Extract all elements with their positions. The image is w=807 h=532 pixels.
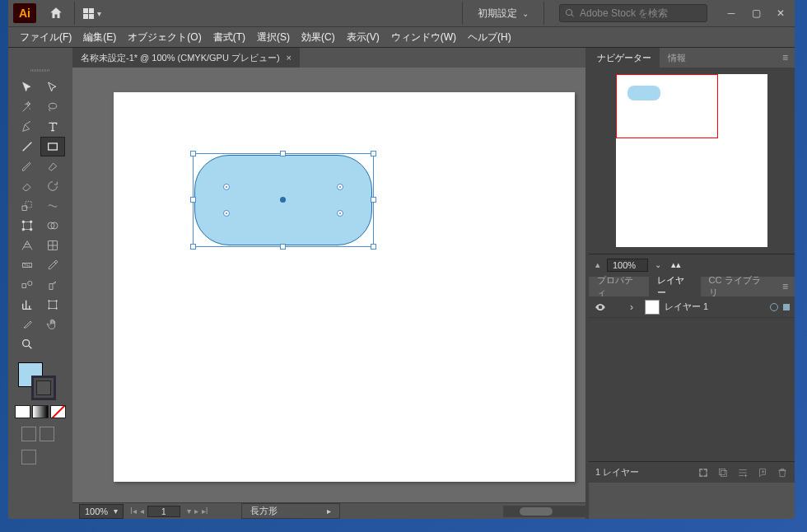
menu-type[interactable]: 書式(T) [208, 29, 250, 46]
resize-handle-tr[interactable] [371, 151, 376, 156]
color-mode-none[interactable] [50, 405, 66, 418]
resize-handle-br[interactable] [371, 244, 376, 250]
canvas-area[interactable] [72, 68, 585, 502]
tab-cc-libraries[interactable]: CC ライブラリ [701, 277, 776, 296]
artboard-number-field[interactable]: 1 [147, 506, 180, 517]
artboard[interactable] [114, 92, 575, 482]
home-icon[interactable] [46, 3, 66, 23]
direct-selection-tool[interactable] [40, 77, 65, 97]
resize-handle-bl[interactable] [190, 244, 196, 250]
close-button[interactable]: ✕ [772, 5, 790, 21]
selection-indicator-icon[interactable] [783, 304, 790, 310]
shaper-tool[interactable] [40, 156, 65, 176]
layer-row[interactable]: › レイヤー 1 [589, 296, 795, 318]
scale-tool[interactable] [15, 196, 40, 216]
tab-properties[interactable]: プロパティ [589, 277, 649, 296]
maximize-button[interactable]: ▢ [747, 5, 765, 21]
menu-view[interactable]: 表示(V) [342, 29, 385, 46]
blend-tool[interactable] [15, 275, 40, 295]
column-graph-tool[interactable] [15, 295, 40, 315]
menu-window[interactable]: ウィンドウ(W) [386, 29, 461, 46]
next-artboard-button[interactable]: ▸ [194, 506, 198, 516]
workspace-selector[interactable]: 初期設定 ⌄ [478, 7, 529, 21]
rotate-tool[interactable] [40, 176, 65, 196]
magic-wand-tool[interactable] [15, 97, 40, 117]
free-transform-tool[interactable] [15, 216, 40, 236]
draw-normal-icon[interactable] [21, 427, 36, 441]
zoom-field[interactable]: 100% ▾ [79, 504, 124, 519]
scrollbar-thumb[interactable] [520, 507, 553, 516]
menu-effect[interactable]: 効果(C) [296, 29, 340, 46]
zoom-out-icon[interactable]: ▴ [595, 259, 600, 270]
eyedropper-tool[interactable] [40, 255, 65, 275]
corner-widget-tl[interactable] [223, 184, 230, 190]
draw-behind-icon[interactable] [40, 427, 54, 441]
navigator-zoom-field[interactable]: 100% [607, 259, 648, 272]
layer-expand-icon[interactable]: › [630, 301, 640, 313]
mesh-tool[interactable] [40, 236, 65, 255]
locate-object-icon[interactable] [697, 467, 709, 478]
center-point-icon[interactable] [280, 197, 286, 203]
delete-layer-icon[interactable] [777, 467, 788, 478]
last-artboard-button[interactable]: ▸I [202, 506, 208, 516]
shape-builder-tool[interactable] [40, 216, 65, 236]
pen-tool[interactable] [15, 117, 40, 137]
chevron-down-icon[interactable]: ▾ [187, 506, 191, 516]
horizontal-scrollbar[interactable] [503, 506, 585, 517]
fill-stroke-selector[interactable] [15, 362, 66, 402]
tab-info[interactable]: 情報 [660, 48, 694, 68]
target-icon[interactable] [770, 303, 778, 311]
perspective-grid-tool[interactable] [15, 236, 40, 255]
paintbrush-tool[interactable] [15, 156, 40, 176]
color-mode-solid[interactable] [15, 405, 30, 418]
document-tab[interactable]: 名称未設定-1* @ 100% (CMYK/GPU プレビュー) × [72, 48, 300, 68]
first-artboard-button[interactable]: I◂ [130, 506, 137, 516]
symbol-sprayer-tool[interactable] [40, 275, 65, 295]
panel-menu-icon[interactable]: ≡ [776, 52, 795, 63]
hand-tool[interactable] [40, 315, 65, 334]
panel-menu-icon[interactable]: ≡ [776, 281, 795, 292]
lasso-tool[interactable] [40, 97, 65, 117]
minimize-button[interactable]: ─ [722, 5, 740, 21]
width-tool[interactable] [40, 196, 65, 216]
navigator-preview[interactable] [616, 74, 767, 247]
slice-tool[interactable] [15, 315, 40, 334]
adobe-stock-search[interactable]: Adobe Stock を検索 [559, 4, 707, 22]
menu-help[interactable]: ヘルプ(H) [463, 29, 516, 46]
menu-object[interactable]: オブジェクト(O) [123, 29, 206, 46]
type-tool[interactable] [40, 117, 65, 137]
zoom-in-icon[interactable]: ▴▴ [671, 259, 681, 270]
artboard-tool[interactable] [40, 295, 65, 315]
close-icon[interactable]: × [287, 53, 292, 63]
corner-widget-br[interactable] [337, 210, 343, 217]
chevron-down-icon[interactable]: ⌄ [655, 260, 661, 269]
menu-file[interactable]: ファイル(F) [15, 29, 77, 46]
corner-widget-bl[interactable] [223, 210, 230, 217]
resize-handle-tm[interactable] [280, 151, 286, 156]
screen-mode-button[interactable] [21, 450, 36, 464]
eraser-tool[interactable] [15, 176, 40, 196]
visibility-eye-icon[interactable] [594, 301, 607, 313]
rectangle-tool[interactable] [40, 137, 65, 156]
layer-name[interactable]: レイヤー 1 [665, 301, 765, 313]
prev-artboard-button[interactable]: ◂ [140, 506, 144, 516]
corner-widget-tr[interactable] [337, 184, 343, 190]
selection-bounding-box[interactable] [193, 153, 374, 247]
tab-navigator[interactable]: ナビゲーター [589, 48, 660, 68]
zoom-tool[interactable] [15, 334, 40, 354]
resize-handle-tl[interactable] [190, 151, 196, 156]
make-clipping-mask-icon[interactable] [717, 467, 729, 478]
new-layer-icon[interactable] [757, 467, 768, 478]
selection-tool[interactable] [15, 77, 40, 97]
gradient-tool[interactable] [15, 255, 40, 275]
color-mode-gradient[interactable] [32, 405, 48, 418]
menu-select[interactable]: 選択(S) [252, 29, 295, 46]
navigator-viewport-box[interactable] [616, 74, 718, 138]
tools-grip[interactable] [8, 66, 72, 74]
stroke-swatch[interactable] [31, 376, 56, 400]
menu-edit[interactable]: 編集(E) [78, 29, 121, 46]
status-selection-dropdown[interactable]: 長方形 ▸ [241, 503, 340, 519]
arrange-documents-button[interactable]: ▾ [83, 8, 101, 19]
resize-handle-bm[interactable] [280, 244, 286, 250]
create-sublayer-icon[interactable] [737, 467, 749, 478]
